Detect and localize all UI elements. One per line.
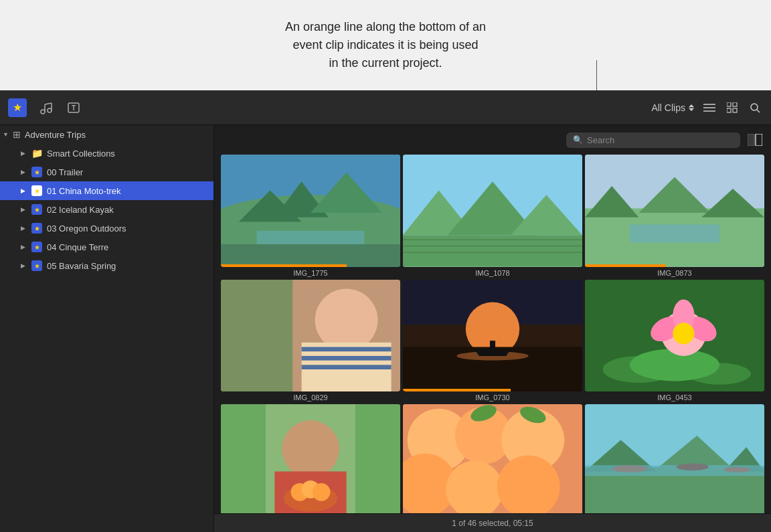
content-area: ▼ ⊞ Adventure Trips ▶ 📁 Smart Collection…: [0, 125, 771, 532]
media-item-img-0873[interactable]: IMG_0873: [585, 155, 764, 277]
svg-rect-47: [221, 280, 292, 392]
status-bar: 1 of 46 selected, 05:15: [214, 513, 771, 532]
grid-view-icon[interactable]: [724, 100, 740, 116]
media-item-img-0361[interactable]: IMG_0361: [403, 404, 582, 513]
svg-point-88: [612, 465, 648, 472]
svg-point-65: [282, 420, 339, 478]
svg-line-4: [45, 103, 52, 104]
svg-point-89: [677, 463, 709, 470]
sidebar-item-smart-collections[interactable]: ▶ 📁 Smart Collections: [0, 144, 213, 163]
toolbar: ★ T All Clips: [0, 90, 771, 125]
tooltip-line2: event clip indicates it is being used: [292, 38, 478, 52]
media-item-img-0730[interactable]: IMG_0730: [403, 280, 582, 402]
search-toolbar-icon[interactable]: [747, 100, 763, 116]
svg-rect-14: [727, 108, 731, 112]
media-item-img-1775[interactable]: IMG_1775: [221, 155, 400, 277]
bavaria-chevron-icon: ▶: [19, 262, 27, 270]
list-view-icon[interactable]: [701, 100, 717, 116]
svg-point-42: [315, 288, 378, 351]
svg-rect-68: [355, 404, 400, 513]
media-item-img-0367[interactable]: IMG_0367: [221, 404, 400, 513]
media-label-img-0453: IMG_0453: [657, 393, 691, 402]
media-label-img-1078: IMG_1078: [475, 269, 509, 277]
smart-collections-chevron-icon: ▶: [19, 149, 27, 157]
media-item-img-0453[interactable]: IMG_0453: [585, 280, 764, 402]
svg-point-1: [48, 108, 52, 112]
sidebar-item-label-smart-collections: Smart Collections: [47, 149, 208, 159]
svg-rect-13: [733, 102, 737, 106]
library-label: Adventure Trips: [25, 130, 86, 140]
media-label-img-1775: IMG_1775: [293, 269, 327, 277]
title-icon[interactable]: T: [64, 98, 83, 117]
oregon-chevron-icon: ▶: [19, 224, 27, 232]
library-grid-icon: ⊞: [13, 129, 21, 140]
folder-icon: 📁: [31, 147, 43, 159]
svg-line-17: [757, 110, 760, 112]
svg-rect-15: [733, 108, 737, 112]
svg-rect-44: [302, 347, 392, 351]
sidebar-item-02-iceland[interactable]: ▶ ★ 02 Iceland Kayak: [0, 200, 213, 219]
media-label-img-0873: IMG_0873: [657, 269, 691, 277]
china-star-icon: ★: [31, 185, 43, 197]
right-panel: 🔍: [214, 125, 771, 532]
svg-rect-45: [302, 355, 392, 360]
svg-rect-46: [302, 365, 392, 369]
sidebar-library-row[interactable]: ▼ ⊞ Adventure Trips: [0, 125, 213, 144]
trailer-chevron-icon: ▶: [19, 168, 27, 176]
orange-bar-img-1775: [221, 264, 347, 267]
sidebar-item-00-trailer[interactable]: ▶ ★ 00 Trailer: [0, 163, 213, 181]
music-icon[interactable]: [36, 98, 55, 117]
search-input[interactable]: [587, 135, 734, 145]
thumb-img-0322: [585, 404, 764, 513]
svg-point-72: [313, 483, 331, 501]
cinque-chevron-icon: ▶: [19, 243, 27, 251]
media-item-img-0322[interactable]: IMG_0322: [585, 404, 764, 513]
sidebar-item-label-04-cinque: 04 Cinque Terre: [47, 242, 208, 252]
svg-point-63: [673, 323, 694, 344]
library-chevron-icon: ▼: [3, 131, 9, 138]
china-chevron-icon: ▶: [19, 187, 27, 195]
media-item-img-0829[interactable]: IMG_0829: [221, 280, 400, 402]
movie-icon[interactable]: ★: [8, 98, 27, 117]
sidebar-item-05-bavaria[interactable]: ▶ ★ 05 Bavaria Spring: [0, 256, 213, 275]
sidebar-item-label-03-oregon: 03 Oregon Outdoors: [47, 224, 208, 234]
thumb-img-0730: [403, 280, 582, 392]
tooltip-line3: in the current project.: [329, 56, 442, 70]
svg-marker-7: [689, 104, 694, 107]
svg-rect-67: [221, 404, 266, 513]
sidebar-item-03-oregon[interactable]: ▶ ★ 03 Oregon Outdoors: [0, 219, 213, 238]
svg-rect-18: [756, 134, 762, 146]
all-clips-button[interactable]: All Clips: [651, 102, 695, 113]
thumb-img-0361: [403, 404, 582, 513]
iceland-star-icon: ★: [31, 203, 43, 215]
svg-point-16: [751, 104, 758, 110]
sidebar-item-01-china[interactable]: ▶ ★ 01 China Moto-trek: [0, 181, 213, 200]
tooltip-area: An orange line along the bottom of an ev…: [0, 0, 771, 90]
svg-rect-19: [748, 134, 754, 146]
svg-marker-8: [689, 108, 694, 110]
search-icon: 🔍: [573, 135, 583, 145]
svg-rect-25: [221, 244, 400, 267]
oregon-star-icon: ★: [31, 222, 43, 234]
toolbar-left: ★ T: [8, 98, 83, 117]
sidebar-item-label-05-bavaria: 05 Bavaria Spring: [47, 261, 208, 271]
panel-toggle-icon[interactable]: [746, 130, 764, 149]
media-label-img-0730: IMG_0730: [475, 393, 509, 402]
thumb-img-1775: [221, 155, 400, 267]
media-item-img-1078[interactable]: IMG_1078: [403, 155, 582, 277]
tooltip-line1: An orange line along the bottom of an: [285, 20, 486, 33]
bavaria-star-icon: ★: [31, 260, 43, 272]
thumb-img-0873: [585, 155, 764, 267]
orange-bar-img-0730: [403, 389, 511, 391]
media-label-img-0829: IMG_0829: [293, 393, 327, 402]
sidebar: ▼ ⊞ Adventure Trips ▶ 📁 Smart Collection…: [0, 125, 214, 532]
sidebar-item-label-02-iceland: 02 Iceland Kayak: [47, 205, 208, 215]
status-text: 1 of 46 selected, 05:15: [452, 519, 533, 528]
svg-point-90: [724, 467, 751, 472]
tooltip-text: An orange line along the bottom of an ev…: [285, 18, 486, 72]
app-container: ★ T All Clips: [0, 90, 771, 532]
sidebar-item-04-cinque[interactable]: ▶ ★ 04 Cinque Terre: [0, 238, 213, 256]
svg-point-0: [41, 110, 45, 114]
trailer-star-icon: ★: [31, 166, 43, 178]
cinque-star-icon: ★: [31, 241, 43, 253]
